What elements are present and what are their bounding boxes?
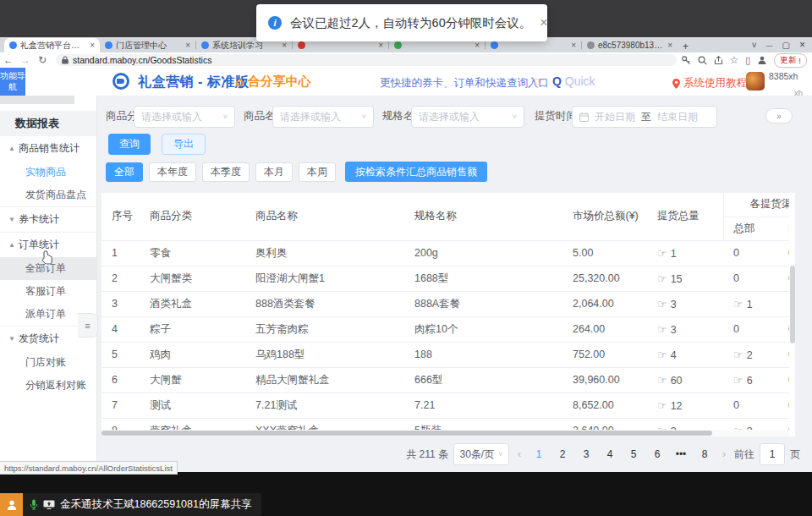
profile-icon[interactable] — [757, 55, 767, 65]
site-favicon-icon — [298, 41, 305, 49]
sidebar-item-service-orders[interactable]: 客服订单 — [0, 280, 96, 303]
spec-select[interactable]: 请选择或输入˅ — [411, 106, 524, 128]
window-close-button[interactable]: × — [799, 39, 805, 51]
cell-pickup-total[interactable]: ☞3 — [647, 316, 723, 342]
browser-tab-2[interactable]: 门店管理中心 × — [100, 38, 195, 52]
tab-search-icon[interactable]: ˅ — [752, 41, 757, 50]
cell-store-count[interactable]: ☞0 — [778, 392, 789, 418]
browser-tab-7[interactable]: e8c573980b1328a258fd2e6... × — [582, 38, 678, 52]
sidebar-collapse-handle[interactable]: ≡ — [78, 313, 98, 338]
page-number[interactable]: 8 — [695, 448, 714, 460]
cell-hq-count[interactable]: ☞2 — [723, 342, 778, 367]
cell-pickup-total[interactable]: ☞3 — [647, 418, 723, 430]
cell-store-count[interactable]: ☞0 — [778, 266, 789, 291]
cell-hq-count[interactable]: ☞0 — [723, 240, 778, 266]
sidebar-item-physical-goods[interactable]: 实物商品 — [0, 161, 96, 184]
cell-hq-count[interactable]: ☞0 — [723, 266, 778, 291]
page-number[interactable]: 4 — [601, 448, 619, 460]
export-button[interactable]: 导出 — [162, 134, 206, 155]
goto-page-input[interactable]: 1 — [760, 443, 785, 465]
forward-icon[interactable]: → — [17, 54, 34, 66]
bookmark-star-icon[interactable]: ☆ — [730, 54, 739, 66]
name-select[interactable]: 请选择或输入˅ — [272, 106, 374, 128]
end-date-input[interactable]: 结束日期 — [657, 110, 698, 124]
minimize-button[interactable]: — — [766, 41, 773, 49]
category-select[interactable]: 请选择或输入˅ — [134, 106, 235, 128]
share-center-link[interactable]: ⌂ 合分享中心 — [235, 74, 311, 90]
sidebar-item-store-reconciliation[interactable]: 门店对账 — [0, 351, 96, 374]
range-tab-quarter[interactable]: 本季度 — [202, 162, 250, 182]
range-tab-week[interactable]: 本周 — [299, 162, 336, 182]
cell-hq-count[interactable]: ☞1 — [723, 291, 778, 316]
cell-spec: 200g — [404, 240, 562, 266]
tab-close-icon[interactable]: × — [282, 41, 287, 50]
cell-hq-count[interactable]: ☞6 — [723, 367, 778, 392]
sidebar-item-goods-sales-stats[interactable]: ▲ 商品销售统计 — [0, 136, 96, 161]
tab-close-icon[interactable]: × — [90, 41, 95, 50]
page-number[interactable]: 5 — [624, 448, 643, 460]
toast-close-icon[interactable]: × — [540, 15, 547, 30]
sidebar-item-distribution-rebate[interactable]: 分销返利对账 — [0, 374, 96, 397]
page-number[interactable]: 1 — [529, 448, 548, 460]
tab-close-icon[interactable]: × — [667, 41, 672, 50]
cell-hq-count[interactable]: ☞2 — [723, 418, 778, 430]
cell-pickup-total[interactable]: ☞12 — [647, 392, 723, 418]
expand-filters-button[interactable]: » — [765, 108, 793, 124]
table-horizontal-scrollbar[interactable] — [102, 430, 789, 436]
cell-pickup-total[interactable]: ☞15 — [647, 266, 723, 291]
range-tab-year[interactable]: 本年度 — [149, 162, 196, 182]
cell-pickup-total[interactable]: ☞60 — [647, 367, 723, 392]
tutorial-link[interactable]: 系统使用教程 — [672, 76, 747, 91]
page-number[interactable]: 2 — [553, 448, 572, 460]
sidebar-item-coupon-stats[interactable]: ▼ 券卡统计 — [0, 206, 96, 232]
cell-store-count[interactable]: ☞ — [778, 291, 789, 316]
tab-close-icon[interactable]: × — [185, 41, 190, 50]
quick-search[interactable]: Q Quick — [552, 74, 595, 88]
page-ellipsis[interactable]: ••• — [672, 448, 690, 460]
prev-page-icon[interactable]: ‹ — [514, 448, 524, 460]
start-date-input[interactable]: 开始日期 — [595, 110, 635, 124]
cell-store-count[interactable]: ☞0 — [778, 240, 789, 266]
range-tab-month[interactable]: 本月 — [255, 162, 293, 182]
page-size-select[interactable]: 30条/页˅ — [453, 443, 509, 465]
function-nav-toggle[interactable]: 功能导航 — [0, 68, 25, 96]
cell-store-count[interactable]: ☞0 — [778, 342, 789, 367]
cell-pickup-total[interactable]: ☞1 — [647, 240, 723, 266]
maximize-button[interactable]: ▢ — [782, 41, 790, 50]
next-page-icon[interactable]: › — [719, 448, 729, 460]
pointer-icon: ☞ — [733, 298, 743, 310]
range-tab-all[interactable]: 全部 — [106, 162, 143, 182]
browser-tab-1[interactable]: 礼盒营销平台管理中心 × — [4, 38, 100, 52]
sidebar-item-shipped-goods-check[interactable]: 发货商品盘点 — [0, 184, 96, 206]
date-range-picker[interactable]: 开始日期 至 结束日期 — [572, 106, 717, 128]
zoom-icon[interactable] — [698, 56, 707, 65]
cell-store-count[interactable]: ☞0 — [778, 418, 789, 430]
cell-hq-count[interactable]: ☞0 — [723, 316, 778, 342]
tab-close-icon[interactable]: × — [475, 41, 480, 50]
summary-by-criteria-button[interactable]: 按检索条件汇总商品销售额 — [345, 162, 487, 182]
cell-pickup-total[interactable]: ☞3 — [647, 291, 723, 316]
table-vertical-scrollbar[interactable] — [790, 242, 795, 428]
sales-table: 序号 商品分类 商品名称 规格名称 市场价总额(¥) 提货总量 各提货渠道 总部… — [102, 193, 789, 430]
cell-pickup-total[interactable]: ☞4 — [647, 342, 723, 367]
update-button[interactable]: 更新! — [774, 53, 807, 68]
page-number[interactable]: 6 — [648, 448, 667, 460]
side-panel-icon[interactable]: ▯ — [745, 55, 750, 66]
page-number[interactable]: 3 — [577, 448, 595, 460]
query-button[interactable]: 查询 — [108, 134, 151, 155]
share-icon[interactable] — [714, 56, 723, 65]
new-tab-button[interactable]: + — [683, 41, 689, 52]
back-icon[interactable]: ← — [0, 54, 17, 66]
key-icon[interactable] — [682, 56, 691, 65]
refresh-icon[interactable]: ↻ — [34, 54, 51, 66]
table-row: 2 大闸蟹类 阳澄湖大闸蟹1 1688型 25,320.00 ☞15 ☞0 ☞0 — [102, 266, 789, 291]
cell-spec: 888A套餐 — [404, 291, 562, 316]
tab-close-icon[interactable]: × — [378, 41, 383, 50]
address-bar[interactable]: standard.maboy.cn/GoodsStatistics — [56, 54, 677, 66]
cell-store-count[interactable]: ☞0 — [778, 367, 789, 392]
tab-close-icon[interactable]: × — [571, 41, 576, 50]
quick-entry-promo[interactable]: 更快捷的券卡、订单和快递查询入口 — [380, 76, 549, 91]
cell-store-count[interactable]: ☞0 — [778, 316, 789, 342]
cell-hq-count[interactable]: ☞0 — [723, 392, 778, 418]
user-avatar[interactable] — [746, 72, 765, 91]
